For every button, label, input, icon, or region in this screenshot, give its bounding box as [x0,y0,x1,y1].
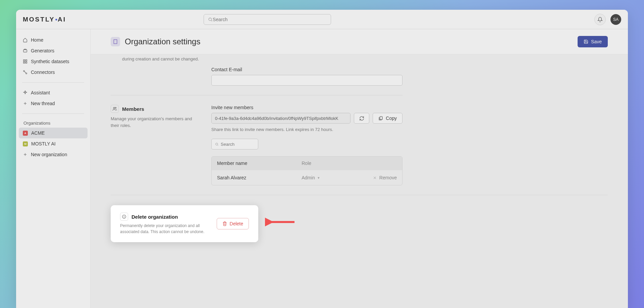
svg-line-1 [211,20,212,21]
page-title: Organization settings [125,37,578,46]
regenerate-button[interactable] [354,113,369,124]
chevron-down-icon: ▾ [318,176,320,180]
topbar: MOSTLY•AI SA [16,10,628,29]
svg-rect-20 [380,117,382,120]
svg-point-27 [124,218,124,218]
sidebar-item-new-organization[interactable]: New organization [19,149,88,160]
members-desc: Manage your organization's members and t… [111,116,201,129]
remove-label: Remove [379,175,397,180]
sidebar-item-label: MOSTLY AI [31,141,56,146]
save-button[interactable]: Save [578,36,608,47]
svg-rect-5 [23,62,25,63]
generators-icon [23,48,28,53]
svg-point-0 [209,18,211,20]
svg-point-19 [115,107,116,108]
main-content: Organization settings Save during creati… [91,29,628,308]
sidebar-item-label: Synthetic datasets [31,59,69,64]
clipboard-icon [378,116,383,121]
divider [22,114,84,114]
trash-icon [222,221,227,226]
logo-prefix: MOSTLY [23,16,55,23]
sidebar-item-label: ACME [31,130,45,136]
plus-icon [23,101,28,106]
members-table: Member name Role Sarah Alvarez Admin ▾ [211,156,402,185]
svg-line-22 [218,145,218,145]
refresh-icon [359,116,364,121]
page-header: Organization settings Save [91,29,628,54]
col-header-role: Role [302,161,355,166]
plus-icon [23,152,28,157]
role-value: Admin [302,175,315,180]
sidebar-item-label: Assistant [31,90,50,95]
sidebar-item-label: Home [31,37,43,43]
notifications-button[interactable] [594,14,606,25]
members-title: Members [122,106,144,112]
sidebar-item-label: Connectors [31,70,55,75]
invite-link-input[interactable] [211,113,351,124]
svg-point-18 [113,107,115,109]
building-icon [111,37,120,46]
sidebar-item-label: New thread [31,101,55,106]
member-name: Sarah Alvarez [217,175,302,180]
sidebar-section-organizations: Organizations [19,119,88,128]
member-search[interactable] [211,139,258,149]
svg-rect-6 [25,62,27,63]
logo: MOSTLY•AI [23,16,66,23]
annotation-arrow [265,216,295,228]
datasets-icon [23,59,28,64]
delete-button[interactable]: Delete [217,218,249,229]
sidebar-org-mostly[interactable]: M MOSTLY AI [19,138,88,149]
sidebar-item-generators[interactable]: Generators [19,45,88,56]
org-badge: M [23,141,28,146]
svg-rect-13 [114,40,117,44]
sidebar-item-synthetic[interactable]: Synthetic datasets [19,56,88,67]
sidebar-item-label: New organization [31,152,67,157]
delete-organization-card: Delete organization Permanently delete y… [111,205,258,242]
sidebar: Home Generators Synthetic datasets Conne… [16,29,91,308]
warning-icon [120,213,128,221]
search-icon [208,17,213,22]
contact-email-label: Contact E-mail [211,67,402,72]
svg-point-7 [23,71,25,72]
remove-member-button[interactable]: Remove [355,175,397,180]
sparkle-icon [23,90,28,95]
svg-rect-3 [23,60,25,61]
member-role-select[interactable]: Admin ▾ [302,175,355,180]
sidebar-item-label: Generators [31,48,54,53]
contact-email-input[interactable] [211,75,402,86]
sidebar-org-acme[interactable]: A ACME [19,128,88,138]
search-icon [215,142,219,146]
connectors-icon [23,70,28,75]
org-badge: A [23,131,28,136]
sidebar-item-assistant[interactable]: Assistant [19,87,88,98]
copy-label: Copy [386,116,397,121]
delete-card-desc: Permanently delete your organization and… [120,223,210,235]
delete-button-label: Delete [230,221,243,226]
save-label: Save [591,39,602,44]
copy-button[interactable]: Copy [373,113,402,124]
logo-dot: • [55,16,57,23]
logo-suffix: AI [58,16,66,23]
app-window: MOSTLY•AI SA Home Generators Synth [16,10,628,308]
svg-point-21 [216,143,218,145]
sidebar-item-new-thread[interactable]: New thread [19,98,88,109]
delete-card-title: Delete organization [131,214,178,220]
global-search-input[interactable] [213,17,327,22]
settings-hint: during creation and cannot be changed. [111,54,608,67]
member-search-input[interactable] [221,142,255,147]
sidebar-item-home[interactable]: Home [19,35,88,45]
bell-icon [597,17,603,22]
invite-label: Invite new members [211,105,402,110]
divider [22,82,84,83]
global-search[interactable] [204,14,331,25]
close-icon [373,176,377,180]
avatar[interactable]: SA [610,14,621,25]
svg-rect-2 [23,50,27,52]
members-section: Members Manage your organization's membe… [111,95,608,195]
invite-hint: Share this link to invite new members. L… [211,127,402,132]
col-header-name: Member name [217,161,302,166]
svg-rect-4 [25,60,27,61]
home-icon [23,38,28,42]
table-row: Sarah Alvarez Admin ▾ Remove [212,170,402,185]
sidebar-item-connectors[interactable]: Connectors [19,67,88,78]
